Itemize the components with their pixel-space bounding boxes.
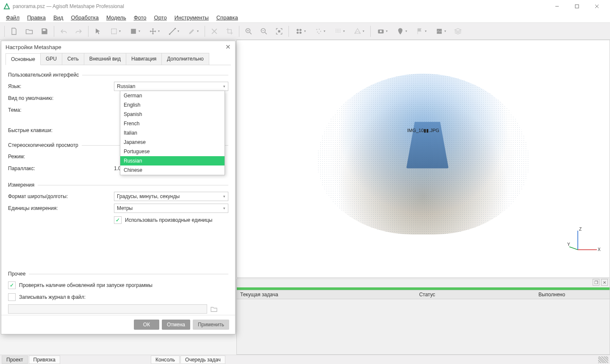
axis-gizmo-icon: Z X Y [567, 226, 601, 256]
zoom-fit-icon[interactable] [272, 25, 287, 38]
tab-network[interactable]: Сеть [62, 53, 84, 65]
log-path-input[interactable] [8, 304, 207, 314]
preferences-dialog: Настройки Metashape ✕ Основные GPU Сеть … [1, 41, 236, 334]
panel-tab-console[interactable]: Консоль [151, 356, 180, 364]
svg-point-37 [336, 31, 336, 32]
lang-option-english[interactable]: English [120, 100, 225, 110]
panel-restore-icon[interactable]: ❐ [593, 279, 599, 286]
tab-navigation[interactable]: Навигация [126, 53, 162, 65]
delete-icon[interactable] [207, 25, 222, 38]
densecloud-icon[interactable]: ▾ [330, 25, 349, 38]
minimize-button[interactable] [547, 0, 567, 13]
svg-point-21 [299, 29, 302, 31]
svg-point-44 [380, 30, 382, 32]
pointcloud-icon[interactable]: ▾ [310, 25, 330, 38]
zoom-in-icon[interactable] [241, 25, 256, 38]
svg-rect-5 [111, 29, 116, 34]
marker-icon[interactable]: ▾ [392, 25, 411, 38]
units-combo[interactable]: Метры▾ [114, 204, 228, 213]
panel-tab-jobs[interactable]: Очередь задач [180, 356, 225, 364]
browse-folder-icon[interactable] [210, 305, 218, 313]
resize-grip-icon[interactable] [598, 356, 608, 363]
open-icon[interactable] [22, 25, 37, 38]
dialog-close-icon[interactable]: ✕ [225, 43, 231, 51]
lang-option-japanese[interactable]: Japanese [120, 138, 225, 147]
move-icon[interactable]: ▾ [144, 25, 164, 38]
apply-button[interactable]: Применить [193, 320, 229, 330]
menu-file[interactable]: Файл [6, 14, 19, 21]
svg-point-29 [336, 29, 336, 30]
panel-tab-project[interactable]: Проект [2, 356, 28, 364]
svg-point-8 [169, 33, 170, 35]
cancel-button[interactable]: Отмена [162, 320, 190, 330]
draw-icon[interactable]: ▾ [183, 25, 203, 38]
write-log-checkbox[interactable]: ✓ [8, 293, 16, 301]
tab-general[interactable]: Основные [6, 53, 41, 65]
lang-option-french[interactable]: French [120, 119, 225, 128]
mode-label: Режим: [8, 154, 114, 160]
parallax-label: Параллакс: [8, 165, 114, 171]
mesh-icon[interactable]: ▾ [349, 25, 369, 38]
window-title: panorama.psz — Agisoft Metashape Profess… [13, 3, 124, 9]
lang-option-chinese[interactable]: Chinese [120, 165, 225, 175]
tab-advanced[interactable]: Дополнительно [161, 53, 209, 65]
language-combo[interactable]: Russian▾ [114, 82, 228, 91]
camera-icon[interactable]: ▾ [372, 25, 392, 38]
flag-icon[interactable]: ▾ [411, 25, 431, 38]
derived-units-checkbox[interactable]: ✓ [114, 216, 122, 224]
zoom-out-icon[interactable] [256, 25, 272, 38]
svg-line-13 [250, 32, 252, 34]
menu-ortho[interactable]: Орто [154, 14, 167, 21]
svg-point-28 [319, 33, 320, 34]
latlon-combo[interactable]: Градусы, минуты, секунды▾ [114, 192, 228, 201]
menu-workflow[interactable]: Обработка [71, 14, 99, 21]
rect-select-icon[interactable]: ▾ [105, 25, 125, 38]
region-icon[interactable]: ▾ [125, 25, 144, 38]
maximize-button[interactable] [567, 0, 587, 13]
lang-option-russian[interactable]: Russian [120, 156, 225, 165]
tab-gpu[interactable]: GPU [40, 53, 62, 65]
check-updates-checkbox[interactable]: ✓ [8, 281, 16, 289]
ruler-icon[interactable]: ▾ [164, 25, 183, 38]
close-window-button[interactable] [587, 0, 607, 13]
tasks-panel: ❐ ✕ Текущая задача Статус Выполнено [236, 279, 610, 355]
svg-line-17 [265, 32, 267, 34]
new-icon[interactable] [6, 25, 22, 38]
svg-point-26 [320, 30, 322, 32]
svg-point-40 [340, 31, 341, 32]
panel-close-icon[interactable]: ✕ [601, 279, 608, 286]
lang-option-spanish[interactable]: Spanish [120, 110, 225, 119]
layers-icon[interactable] [450, 25, 466, 38]
dialog-title: Настройки Metashape [6, 44, 61, 50]
lang-option-italian[interactable]: Italian [120, 128, 225, 138]
3d-viewport[interactable]: IMG_10▮▮.JPG Z X Y [236, 40, 610, 278]
tab-appearance[interactable]: Внешний вид [84, 53, 126, 65]
menu-help[interactable]: Справка [216, 14, 238, 21]
menu-tools[interactable]: Инструменты [175, 14, 209, 21]
svg-point-33 [336, 30, 336, 31]
menu-edit[interactable]: Правка [27, 14, 46, 21]
texture-icon[interactable]: ▾ [431, 25, 450, 38]
pointer-icon[interactable] [90, 25, 105, 38]
save-icon[interactable] [37, 25, 52, 38]
panel-tab-reference[interactable]: Привязка [29, 356, 60, 364]
menu-view[interactable]: Вид [53, 14, 64, 21]
col-done[interactable]: Выполнено [535, 292, 610, 298]
lang-option-portuguese[interactable]: Portuguese [120, 147, 225, 156]
col-status[interactable]: Статус [416, 292, 535, 298]
crop-icon[interactable] [222, 25, 237, 38]
shortcuts-label: Быстрые клавиши: [8, 127, 114, 133]
latlon-label: Формат широты/долготы: [8, 193, 114, 199]
menu-photo[interactable]: Фото [134, 14, 147, 21]
redo-icon[interactable] [71, 25, 86, 38]
language-label: Язык: [8, 83, 114, 89]
undo-icon[interactable] [56, 25, 71, 38]
svg-point-38 [337, 31, 338, 32]
menu-model[interactable]: Модель [106, 14, 126, 21]
view-mode-icon[interactable]: ▾ [291, 25, 310, 38]
theme-label: Тема: [8, 107, 114, 113]
ok-button[interactable]: ОК [134, 320, 159, 330]
lang-option-german[interactable]: German [120, 91, 225, 100]
col-current-task[interactable]: Текущая задача [237, 292, 416, 298]
svg-point-9 [175, 28, 176, 29]
